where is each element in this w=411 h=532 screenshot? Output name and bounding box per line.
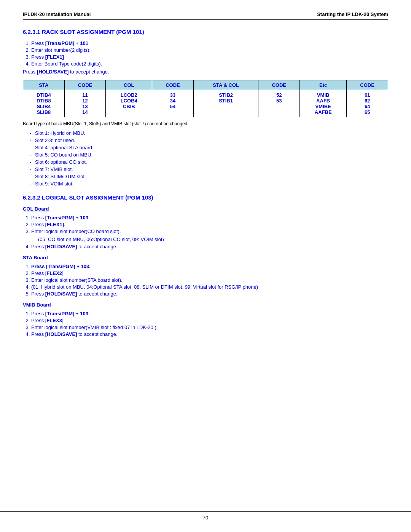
- cell-sta: DTIB4DTIB8SLIB4SLIB8: [23, 90, 65, 117]
- vmib-board-section: VMIB Board Press [Trans/PGM] + 103. Pres…: [23, 302, 388, 337]
- bullet-slot23: Slot 2-3: not used.: [30, 137, 388, 143]
- cell-stacol-code: 5253: [258, 90, 300, 117]
- step-1: Press [Trans/PGM] + 101: [31, 40, 388, 46]
- sta-step-1: Press [Trans/PGM] + 103.: [31, 264, 388, 269]
- col-board-steps: Press [Trans/PGM] + 103. Press [FLEX1]. …: [23, 215, 388, 234]
- sta-board-steps: Press [Trans/PGM] + 103. Press [FLEX2]. …: [23, 264, 388, 297]
- header-right: Starting the IP LDK-20 System: [317, 11, 388, 17]
- vmib-board-steps: Press [Trans/PGM] + 103. Press [FLEX3]. …: [23, 311, 388, 337]
- sta-step-4: (01: Hybrid slot on MBU, 04:Optional STA…: [31, 284, 388, 290]
- col-step-4: Press [HOLD/SAVE] to accept change.: [31, 244, 388, 249]
- cell-etc-code: 61626465: [347, 90, 388, 117]
- col-step-3: Enter logical slot number(CO board slot)…: [31, 228, 388, 234]
- step-2: Enter slot number(2 digits).: [31, 47, 388, 53]
- page-header: IPLDK-20 Installation Manual Starting th…: [23, 11, 388, 20]
- bullet-slot4: Slot 4: optional STA board.: [30, 145, 388, 150]
- col-board-heading: COL Board: [23, 206, 388, 212]
- sta-board-section: STA Board Press [Trans/PGM] + 103. Press…: [23, 255, 388, 297]
- cell-stacol: STIB2STIB1: [193, 90, 258, 117]
- bullet-slot8: Slot 8: SLIM/DTIM slot.: [30, 174, 388, 179]
- table-note: Board type of basic MBU(Slot 1, Slot5) a…: [23, 121, 388, 126]
- vmib-step-2: Press [FLEX3].: [31, 318, 388, 323]
- bullet-slot6: Slot 6: optional CO slot.: [30, 159, 388, 165]
- col-step-1: Press [Trans/PGM] + 103.: [31, 215, 388, 220]
- vmib-step-3: Enter logical slot number(VMIB slot : fi…: [31, 324, 388, 330]
- col-board-note: (05: CO slot on MBU, 06:Optional CO slot…: [23, 236, 388, 242]
- section-6232-title: 6.2.3.2 LOGICAL SLOT ASSIGNMENT (PGM 103…: [23, 194, 388, 201]
- col-board-steps-cont: Press [HOLD/SAVE] to accept change.: [23, 244, 388, 249]
- bullet-slot5: Slot 5: CO board on MBU.: [30, 152, 388, 158]
- cell-col-code: 333454: [152, 90, 194, 117]
- table-row: DTIB4DTIB8SLIB4SLIB8 11121314 LCOB2LCOB4…: [23, 90, 388, 117]
- step-3: Press [FLEX1]: [31, 54, 388, 60]
- col-header-col: COL: [106, 80, 152, 90]
- sta-step-2: Press [FLEX2].: [31, 270, 388, 276]
- col-header-code2: CODE: [152, 80, 194, 90]
- bullet-slot1: Slot 1: Hybrid on MBU.: [30, 130, 388, 136]
- sta-step-3: Enter logical slot number(STA board slot…: [31, 277, 388, 283]
- page-number: 70: [203, 515, 208, 521]
- col-header-etc: Etc: [300, 80, 347, 90]
- vmib-step-1: Press [Trans/PGM] + 103.: [31, 311, 388, 316]
- col-step-2: Press [FLEX1].: [31, 222, 388, 227]
- slot-bullet-list: Slot 1: Hybrid on MBU. Slot 2-3: not use…: [23, 130, 388, 187]
- cell-sta-code: 11121314: [64, 90, 106, 117]
- sta-step-5: Press [HOLD/SAVE] to accept change.: [31, 291, 388, 297]
- col-header-code3: CODE: [258, 80, 300, 90]
- rack-slot-table: STA CODE COL CODE STA & COL CODE Etc COD…: [23, 80, 388, 117]
- sta-board-heading: STA Board: [23, 255, 388, 260]
- table-header-row: STA CODE COL CODE STA & COL CODE Etc COD…: [23, 80, 388, 90]
- cell-col: LCOB2LCOB4CBIB: [106, 90, 152, 117]
- bullet-slot9: Slot 9: VOIM slot.: [30, 181, 388, 187]
- bullet-slot7: Slot 7: VMIB slot.: [30, 166, 388, 172]
- step-4: Enter Board Type code(2 digits).: [31, 61, 388, 67]
- col-header-code1: CODE: [64, 80, 106, 90]
- section-6232: 6.2.3.2 LOGICAL SLOT ASSIGNMENT (PGM 103…: [23, 194, 388, 337]
- section-6231-steps: Press [Trans/PGM] + 101 Enter slot numbe…: [23, 40, 388, 67]
- col-header-stacol: STA & COL: [193, 80, 258, 90]
- section-6231-title: 6.2.3.1 RACK SLOT ASSIGNMENT (PGM 101): [23, 29, 388, 35]
- header-left: IPLDK-20 Installation Manual: [23, 11, 91, 17]
- section-6231: 6.2.3.1 RACK SLOT ASSIGNMENT (PGM 101) P…: [23, 29, 388, 187]
- vmib-step-4: Press [HOLD/SAVE] to accept change.: [31, 331, 388, 337]
- col-header-code4: CODE: [347, 80, 388, 90]
- col-board-section: COL Board Press [Trans/PGM] + 103. Press…: [23, 206, 388, 249]
- vmib-board-heading: VMIB Board: [23, 302, 388, 308]
- cell-etc: VMIBAAFBVMIBEAAFBE: [300, 90, 347, 117]
- col-header-sta: STA: [23, 80, 65, 90]
- page-footer: 70: [0, 511, 411, 521]
- hold-save-1: Press [HOLD/SAVE] to accept change.: [23, 69, 388, 75]
